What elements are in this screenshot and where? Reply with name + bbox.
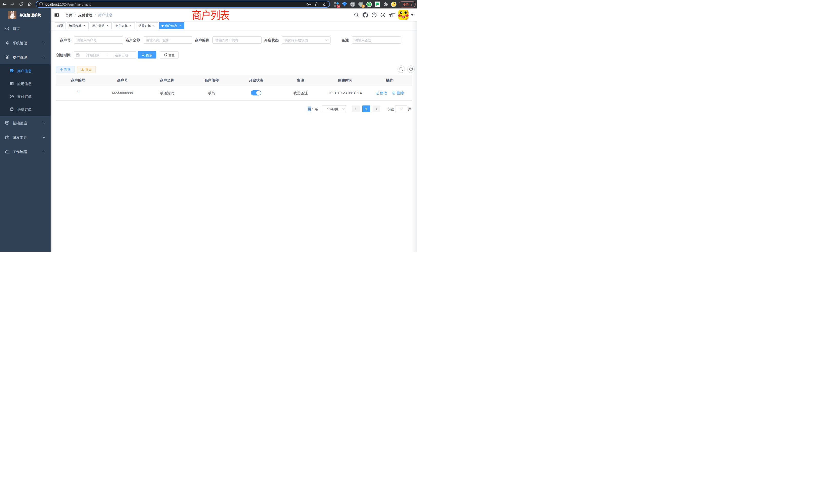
browser-reload-button[interactable] bbox=[17, 0, 25, 8]
user-avatar-menu[interactable] bbox=[398, 10, 417, 20]
browser-menu-kebab-icon[interactable] bbox=[411, 3, 412, 6]
jump-page-input[interactable] bbox=[395, 106, 407, 112]
extension-command-icon[interactable] bbox=[350, 2, 355, 7]
sidebar-item-system[interactable]: 系统管理 bbox=[0, 36, 50, 50]
remark-input[interactable] bbox=[352, 37, 401, 44]
extension-badge: 10 bbox=[337, 5, 340, 8]
extension-badge: 1 bbox=[362, 5, 365, 8]
download-icon bbox=[81, 68, 84, 71]
extension-chat-icon[interactable] bbox=[375, 2, 380, 7]
merchant-no-input[interactable] bbox=[74, 37, 123, 44]
sidebar-logo[interactable]: 芋道管理系统 bbox=[0, 8, 50, 21]
header-fontsize-button[interactable] bbox=[387, 8, 396, 21]
page-size-select[interactable]: 10条/页 bbox=[322, 106, 347, 112]
github-icon bbox=[363, 12, 368, 18]
date-end-placeholder[interactable]: 结束日期 bbox=[109, 53, 134, 58]
sidebar-item-workflow[interactable]: 工作流程 bbox=[0, 144, 50, 159]
share-icon[interactable] bbox=[315, 2, 319, 6]
sidebar-item-refund-order[interactable]: 退款订单 bbox=[0, 103, 50, 116]
tag-user-group[interactable]: 用户分组× bbox=[90, 22, 112, 29]
avatar bbox=[398, 10, 409, 20]
url-bar[interactable]: localhost:1024/pay/merchant bbox=[36, 1, 330, 8]
next-page-button[interactable] bbox=[373, 106, 380, 112]
close-icon[interactable]: × bbox=[83, 24, 86, 27]
prev-page-button[interactable] bbox=[352, 106, 360, 112]
chevron-down-icon bbox=[342, 107, 345, 110]
password-key-icon[interactable] bbox=[306, 3, 311, 6]
search-icon bbox=[354, 13, 359, 18]
col-short-name: 商户简称 bbox=[189, 77, 234, 83]
browser-update-button[interactable]: 更新 bbox=[399, 1, 416, 7]
close-icon[interactable]: × bbox=[178, 24, 182, 27]
extensions-puzzle-icon[interactable] bbox=[383, 2, 388, 7]
reset-button[interactable]: 重置 bbox=[160, 51, 179, 59]
page-info-icon[interactable] bbox=[39, 2, 43, 6]
header-github-button[interactable] bbox=[361, 8, 370, 21]
tag-process-form[interactable]: 流程表单× bbox=[67, 22, 89, 29]
extension-gem-icon[interactable] bbox=[342, 2, 347, 7]
home-icon bbox=[27, 2, 32, 6]
header-search-button[interactable] bbox=[352, 8, 361, 21]
sidebar-item-payment[interactable]: 支付管理 bbox=[0, 50, 50, 64]
sidebar-item-app-info[interactable]: 应用信息 bbox=[0, 77, 50, 90]
add-button[interactable]: 新增 bbox=[56, 66, 74, 73]
sidebar-item-merchant-info[interactable]: 商户信息 bbox=[0, 64, 50, 77]
search-button[interactable]: 搜索 bbox=[138, 51, 156, 59]
sidebar-item-label: 支付管理 bbox=[13, 55, 27, 60]
tag-merchant-info[interactable]: 商户信息× bbox=[159, 22, 184, 29]
sidebar-item-devtools[interactable]: 研发工具 bbox=[0, 130, 50, 144]
col-merchant-id: 商户编号 bbox=[56, 77, 100, 83]
refresh-table-button[interactable] bbox=[407, 65, 415, 73]
command-icon bbox=[350, 2, 355, 7]
font-size-icon bbox=[389, 12, 395, 18]
browser-home-button[interactable] bbox=[25, 0, 34, 8]
browser-back-button[interactable] bbox=[0, 0, 8, 8]
search-icon bbox=[142, 53, 145, 56]
back-arrow-icon bbox=[2, 2, 6, 6]
extension-emoji-icon[interactable] bbox=[391, 2, 396, 7]
sidebar-item-home[interactable]: 首页 bbox=[0, 21, 50, 36]
sidebar-toggle-button[interactable] bbox=[50, 8, 63, 21]
extension-yudao-icon[interactable] bbox=[367, 2, 372, 7]
sidebar-item-label: 退款订单 bbox=[17, 107, 31, 112]
header-fullscreen-button[interactable] bbox=[378, 8, 387, 21]
sidebar-item-infra[interactable]: 基础设施 bbox=[0, 116, 50, 130]
browser-forward-button[interactable] bbox=[8, 0, 17, 8]
status-label: 开启状态 bbox=[264, 38, 282, 43]
app-title: 芋道管理系统 bbox=[20, 12, 41, 18]
cell-status bbox=[234, 90, 278, 95]
breadcrumb-home[interactable]: 首页 bbox=[65, 12, 72, 18]
tag-home[interactable]: 首页 bbox=[55, 22, 65, 29]
bookmark-star-icon[interactable] bbox=[323, 2, 327, 6]
gem-icon bbox=[342, 2, 347, 7]
col-create-time: 创建时间 bbox=[323, 77, 367, 83]
col-status: 开启状态 bbox=[234, 77, 278, 83]
header-docs-button[interactable] bbox=[370, 8, 378, 21]
cell-merchant-id: 1 bbox=[56, 91, 100, 95]
url-text[interactable]: localhost:1024/pay/merchant bbox=[45, 2, 91, 6]
extension-tabs-icon[interactable]: 10 bbox=[333, 2, 339, 7]
sidebar-item-payment-order[interactable]: 支付订单 bbox=[0, 90, 50, 103]
extension-recorder-icon[interactable]: 1 bbox=[358, 2, 364, 7]
export-button[interactable]: 导出 bbox=[77, 66, 96, 73]
date-start-placeholder[interactable]: 开始日期 bbox=[80, 53, 106, 58]
question-circle-icon bbox=[372, 12, 377, 18]
full-name-input[interactable] bbox=[143, 37, 192, 44]
edit-link[interactable]: 修改 bbox=[375, 90, 387, 95]
hide-search-button[interactable] bbox=[397, 65, 405, 73]
close-icon[interactable]: × bbox=[129, 24, 132, 27]
short-name-input[interactable] bbox=[212, 37, 262, 44]
tag-payment-order[interactable]: 支付订单× bbox=[113, 22, 135, 29]
close-icon[interactable]: × bbox=[152, 24, 156, 27]
breadcrumb-payment[interactable]: 支付管理 bbox=[78, 12, 92, 18]
status-select[interactable]: 请选择开启状态 bbox=[282, 37, 331, 44]
delete-link[interactable]: 删除 bbox=[392, 90, 404, 95]
search-icon bbox=[399, 67, 403, 71]
status-toggle[interactable] bbox=[251, 90, 261, 95]
tag-refund-order[interactable]: 退款订单× bbox=[136, 22, 158, 29]
create-time-range-picker[interactable]: 开始日期 - 结束日期 bbox=[74, 51, 136, 59]
chevron-down-icon bbox=[43, 121, 45, 124]
close-icon[interactable]: × bbox=[106, 24, 109, 27]
page-number-1[interactable]: 1 bbox=[362, 106, 370, 112]
full-name-label: 商户全称 bbox=[126, 38, 143, 43]
